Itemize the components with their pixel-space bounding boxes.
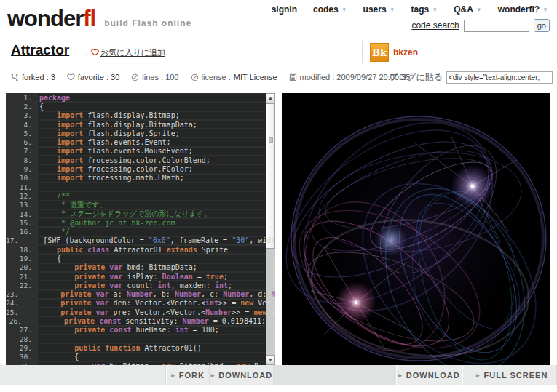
line-number: 22. bbox=[6, 281, 32, 289]
line-text: private var isPlay: Boolean = true; bbox=[39, 273, 228, 281]
code-line: 8. import frocessing.color.ColorBlend; bbox=[6, 156, 266, 164]
code-line: 23. private var a: Number, b: Number, c:… bbox=[6, 290, 266, 299]
license-link[interactable]: MIT License bbox=[234, 73, 277, 81]
download-swf-button[interactable]: ▸ DOWNLOAD bbox=[396, 365, 462, 385]
code-search-link[interactable]: code search bbox=[411, 20, 459, 31]
nav-tags[interactable]: tags▼ bbox=[411, 4, 438, 15]
line-number: 4. bbox=[6, 121, 32, 129]
heart-plus-icon bbox=[91, 49, 99, 57]
nav-codes[interactable]: codes▼ bbox=[313, 4, 347, 15]
line-number: 23. bbox=[6, 290, 18, 298]
code-line: 30. { bbox=[6, 353, 266, 361]
line-text: import flash.display.BitmapData; bbox=[39, 121, 197, 129]
line-number: 9. bbox=[6, 165, 32, 173]
meta-items: forked : 3favorite : 30lines : 100licens… bbox=[11, 73, 410, 81]
nav-signin[interactable]: signin bbox=[272, 4, 297, 15]
page-title[interactable]: Attractor bbox=[11, 42, 69, 58]
line-number: 28. bbox=[6, 335, 32, 343]
bottom-bar-spacer bbox=[0, 365, 166, 385]
line-number: 20. bbox=[6, 263, 32, 271]
line-text: /** bbox=[39, 192, 70, 200]
full-screen-button[interactable]: ▸ FULL SCREEN bbox=[462, 365, 557, 385]
code-line: 4. import flash.display.BitmapData; bbox=[6, 120, 266, 129]
nav-label: Q&A bbox=[454, 4, 473, 15]
meta-link[interactable]: forked : 3 bbox=[22, 73, 55, 81]
scrollbar-thumb[interactable] bbox=[266, 103, 275, 249]
line-text: import frocessing.color.ColorBlend; bbox=[39, 156, 210, 164]
line-text: private var count: int, maxden: int; bbox=[39, 281, 232, 289]
line-text: public class Attractor01 extends Sprite bbox=[39, 246, 228, 254]
blog-embed-input[interactable] bbox=[446, 71, 553, 84]
code-search-input[interactable] bbox=[464, 20, 529, 32]
line-text: import flash.events.MouseEvent; bbox=[39, 147, 193, 155]
meta-favorite[interactable]: favorite : 30 bbox=[67, 73, 119, 81]
line-number: 21. bbox=[6, 273, 32, 281]
scroll-down-icon[interactable]: ▼ bbox=[266, 355, 275, 365]
bottom-action-bar: ▸ FORK ▸ DOWNLOAD ▸ DOWNLOAD ▸ FULL SCRE… bbox=[0, 365, 557, 385]
line-text: { bbox=[39, 103, 44, 111]
code-line: 7. import flash.events.MouseEvent; bbox=[6, 147, 266, 156]
disk-icon bbox=[289, 73, 297, 81]
chevron-down-icon: ▼ bbox=[390, 7, 395, 13]
download-source-button[interactable]: ▸ DOWNLOAD bbox=[210, 365, 274, 385]
code-line: 2.{ bbox=[6, 102, 266, 111]
line-number: 10. bbox=[6, 174, 32, 182]
line-number: 29. bbox=[6, 344, 32, 352]
pencil-icon bbox=[131, 73, 139, 81]
line-number: 27. bbox=[6, 326, 32, 334]
code-line: 13. * 激重です。 bbox=[6, 201, 266, 209]
nav-users[interactable]: users▼ bbox=[363, 4, 395, 15]
line-text: [SWF (backgroundColor = "0x0", frameRate… bbox=[25, 236, 275, 244]
author-name-link[interactable]: bkzen bbox=[393, 47, 418, 57]
line-text: private const sensitivity: Number = 0.01… bbox=[29, 317, 266, 325]
meta-link[interactable]: favorite : 30 bbox=[78, 73, 119, 81]
triangle-right-icon: ▸ bbox=[398, 372, 402, 379]
code-editor[interactable]: 1.package2.{3. import flash.display.Bitm… bbox=[6, 93, 275, 365]
code-line: 27. private const hueBase: int = 180; bbox=[6, 326, 266, 335]
line-number: 19. bbox=[6, 255, 32, 263]
search-go-button[interactable]: go bbox=[534, 19, 550, 32]
line-number: 13. bbox=[6, 201, 32, 209]
nav-q-a[interactable]: Q&A▼ bbox=[454, 4, 482, 15]
line-number: 6. bbox=[6, 138, 32, 146]
fork-button[interactable]: ▸ FORK bbox=[166, 365, 210, 385]
line-number: 8. bbox=[6, 156, 32, 164]
line-number: 25. bbox=[6, 308, 18, 316]
triangle-right-icon: ▸ bbox=[171, 372, 175, 379]
line-text: { bbox=[39, 255, 61, 263]
scroll-up-icon[interactable]: ▲ bbox=[266, 93, 275, 103]
line-number: 30. bbox=[6, 353, 32, 361]
top-nav: signincodes▼users▼tags▼Q&A▼wonderfl?▼ bbox=[272, 4, 548, 15]
line-text: private var pre: Vector.<Vector.<Number>… bbox=[25, 308, 275, 316]
meta-license[interactable]: license : MIT License bbox=[191, 73, 277, 81]
code-line: 31. var b: Bitmap = new Bitmap(bmd = new… bbox=[6, 361, 266, 365]
meta-text: lines : 100 bbox=[142, 73, 178, 81]
chevron-down-icon: ▼ bbox=[341, 7, 347, 13]
heart-icon bbox=[67, 73, 75, 81]
add-to-favorites-link[interactable]: → お気に入りに追加 bbox=[82, 47, 165, 58]
line-number: 16. bbox=[6, 228, 32, 236]
code-line: 9. import frocessing.color.FColor; bbox=[6, 164, 266, 173]
nav-label: signin bbox=[272, 4, 297, 15]
meta-forked[interactable]: forked : 3 bbox=[11, 73, 55, 81]
meta-lines: lines : 100 bbox=[131, 73, 178, 81]
line-text: private var den: Vector.<Vector.<int>> =… bbox=[25, 299, 271, 307]
line-number: 31. bbox=[6, 362, 32, 365]
site-logo[interactable]: wonderfl build Flash online bbox=[7, 6, 191, 32]
meta-bar: forked : 3favorite : 30lines : 100licens… bbox=[0, 66, 557, 92]
attractor-visualization bbox=[282, 93, 550, 365]
line-text: import flash.display.Bitmap; bbox=[39, 111, 180, 119]
code-line: 11. bbox=[6, 183, 266, 191]
nav-wonderfl-[interactable]: wonderfl?▼ bbox=[498, 4, 548, 15]
line-text: var b: Bitmap = new Bitmap(bmd = new B bbox=[39, 362, 258, 365]
nav-label: tags bbox=[411, 4, 430, 15]
line-text: import frocessing.color.FColor; bbox=[39, 165, 193, 173]
author-avatar[interactable]: Bk bbox=[370, 43, 389, 62]
line-number: 11. bbox=[6, 183, 32, 191]
bottom-bar-middle bbox=[274, 365, 396, 385]
flash-stage[interactable] bbox=[282, 93, 550, 365]
code-line: 12. /** bbox=[6, 191, 266, 200]
line-number: 15. bbox=[6, 219, 32, 227]
line-number: 12. bbox=[6, 192, 32, 200]
editor-scrollbar[interactable]: ▲ ▼ bbox=[266, 93, 275, 365]
